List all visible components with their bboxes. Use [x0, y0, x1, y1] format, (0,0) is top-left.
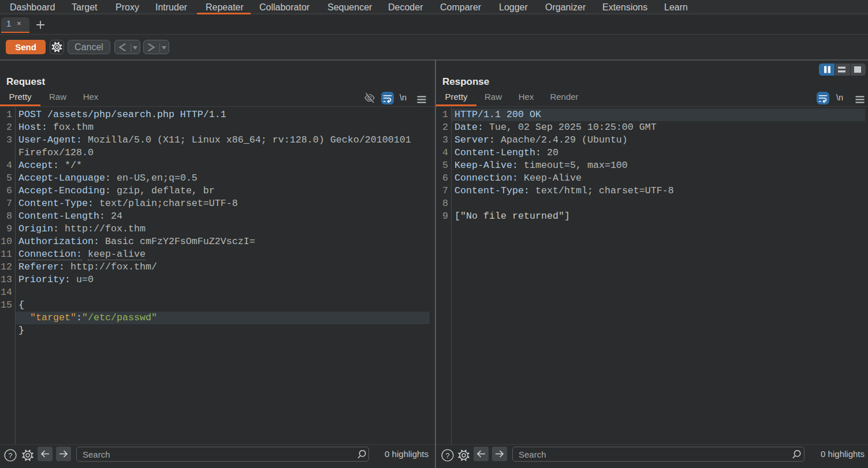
svg-text:?: ? [9, 452, 13, 460]
svg-text:?: ? [446, 452, 450, 460]
